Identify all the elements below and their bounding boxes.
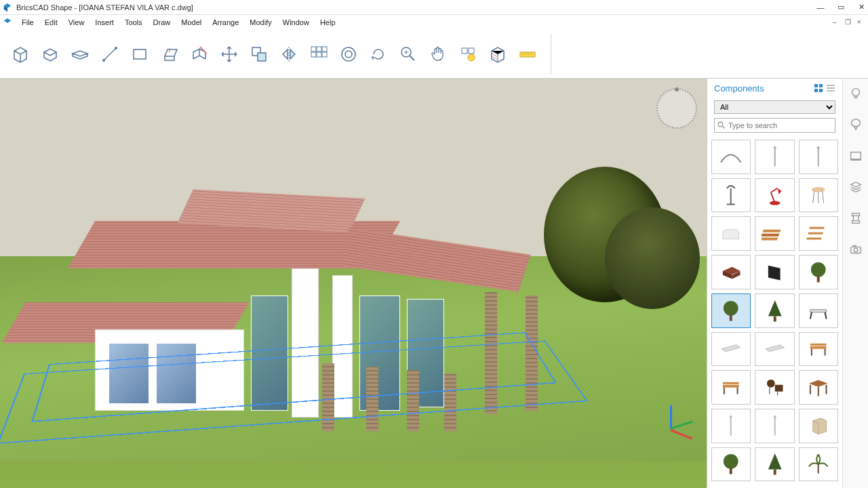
- category-filter[interactable]: All: [714, 100, 835, 114]
- material-tool[interactable]: [486, 42, 510, 66]
- measure-tool[interactable]: [515, 42, 540, 66]
- component-tree-round[interactable]: [799, 255, 838, 289]
- view-panel-icon[interactable]: [846, 146, 865, 165]
- component-bench-simple[interactable]: [799, 293, 838, 328]
- svg-point-48: [812, 187, 825, 192]
- svg-line-3: [104, 48, 116, 60]
- menu-insert[interactable]: Insert: [90, 17, 119, 28]
- component-beam[interactable]: [755, 332, 794, 367]
- component-lumber-stack[interactable]: [755, 216, 794, 251]
- menu-modify[interactable]: Modify: [244, 17, 277, 28]
- close-button[interactable]: ✕: [857, 3, 865, 12]
- minimize-button[interactable]: —: [816, 3, 825, 12]
- component-tree-cone[interactable]: [755, 293, 794, 328]
- svg-rect-92: [852, 221, 859, 224]
- svg-point-88: [851, 119, 860, 127]
- extrude-tool[interactable]: [38, 42, 62, 66]
- svg-rect-54: [762, 238, 778, 241]
- workspace: Components All: [0, 79, 868, 488]
- view-compass[interactable]: [656, 88, 697, 129]
- search-input[interactable]: [728, 121, 832, 129]
- light-tool[interactable]: [456, 42, 480, 66]
- component-screen[interactable]: [755, 255, 794, 289]
- svg-rect-55: [810, 227, 825, 229]
- component-tree-ball[interactable]: [711, 293, 751, 328]
- box-tool[interactable]: [8, 42, 33, 66]
- component-pole1[interactable]: [711, 409, 751, 443]
- svg-line-49: [813, 191, 814, 203]
- menu-model[interactable]: Model: [176, 17, 207, 28]
- component-cabinet[interactable]: [799, 409, 838, 443]
- component-table[interactable]: [799, 370, 838, 405]
- component-shelves[interactable]: [799, 216, 838, 251]
- house-model[interactable]: [41, 201, 556, 458]
- mirror-tool[interactable]: [277, 42, 301, 66]
- maximize-button[interactable]: ▭: [837, 3, 845, 12]
- panel-header: Components: [707, 79, 842, 98]
- search-icon: [717, 121, 726, 129]
- grid-view-button[interactable]: [814, 83, 823, 93]
- array-tool[interactable]: [307, 42, 331, 66]
- offset-tool[interactable]: [336, 42, 361, 66]
- component-floor-lamp[interactable]: [711, 178, 751, 213]
- 3d-viewport[interactable]: [0, 79, 707, 488]
- component-curve[interactable]: [711, 140, 751, 174]
- tree-model[interactable]: [544, 167, 666, 302]
- section-tool[interactable]: [187, 42, 212, 66]
- toolbar-separator: [551, 34, 551, 75]
- component-tree-palm[interactable]: [799, 447, 838, 482]
- menu-window[interactable]: Window: [277, 17, 315, 28]
- light-panel-icon[interactable]: [846, 84, 865, 103]
- component-pole-light[interactable]: [755, 140, 794, 174]
- menu-arrange[interactable]: Arrange: [207, 17, 244, 28]
- svg-rect-70: [723, 382, 739, 384]
- balloon-icon[interactable]: [846, 115, 865, 134]
- component-bench-wood[interactable]: [799, 332, 838, 367]
- rotate-tool[interactable]: [366, 42, 391, 66]
- svg-rect-23: [469, 48, 474, 54]
- components-grid[interactable]: [707, 136, 842, 488]
- axis-gizmo[interactable]: [647, 405, 694, 453]
- svg-rect-66: [810, 344, 827, 346]
- svg-rect-57: [806, 238, 821, 240]
- component-pole2[interactable]: [755, 409, 794, 443]
- search-box[interactable]: [714, 118, 835, 133]
- menu-file[interactable]: File: [16, 17, 39, 28]
- layers-panel-icon[interactable]: [846, 178, 865, 197]
- menu-view[interactable]: View: [63, 17, 90, 28]
- component-step[interactable]: [711, 332, 751, 367]
- mdi-minimize[interactable]: –: [833, 18, 841, 26]
- menu-tools[interactable]: Tools: [119, 17, 148, 28]
- pushpull-tool[interactable]: [157, 42, 182, 66]
- menu-edit[interactable]: Edit: [39, 17, 63, 28]
- line-tool[interactable]: [98, 42, 122, 66]
- mdi-restore[interactable]: ❐: [845, 18, 853, 26]
- menu-help[interactable]: Help: [315, 17, 341, 28]
- component-brick[interactable]: [711, 255, 751, 289]
- component-tree-oak[interactable]: [711, 447, 751, 482]
- svg-point-42: [817, 146, 820, 149]
- menu-draw[interactable]: Draw: [148, 17, 176, 28]
- move-tool[interactable]: [217, 42, 241, 66]
- structure-panel-icon[interactable]: [846, 209, 865, 228]
- pan-tool[interactable]: [426, 42, 450, 66]
- zoom-tool[interactable]: [396, 42, 420, 66]
- component-chair-set[interactable]: [755, 370, 794, 405]
- svg-point-81: [730, 415, 732, 418]
- svg-rect-52: [762, 230, 781, 232]
- component-stool[interactable]: [799, 178, 838, 213]
- component-park-bench[interactable]: [711, 370, 751, 405]
- list-view-button[interactable]: [826, 83, 835, 93]
- copy-tool[interactable]: [247, 42, 271, 66]
- component-tree-pine[interactable]: [755, 447, 794, 482]
- component-sofa-white[interactable]: [711, 216, 751, 251]
- slab-tool[interactable]: [68, 42, 92, 66]
- component-desk-lamp[interactable]: [755, 178, 794, 213]
- component-post[interactable]: [799, 140, 838, 174]
- document-icon: [3, 18, 12, 27]
- svg-rect-69: [723, 385, 739, 388]
- camera-panel-icon[interactable]: [846, 240, 865, 259]
- mdi-close[interactable]: ×: [857, 18, 865, 26]
- svg-rect-61: [730, 314, 732, 321]
- rectangle-tool[interactable]: [127, 42, 152, 66]
